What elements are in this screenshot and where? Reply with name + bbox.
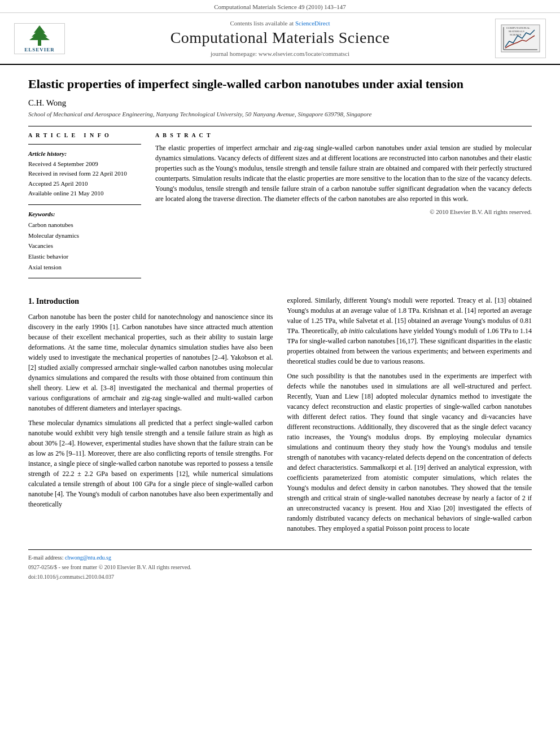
elsevier-text: ELSEVIER	[24, 47, 55, 53]
footnote-doi: doi:10.1016/j.commatsci.2010.04.037	[28, 574, 532, 580]
sciencedirect-url[interactable]: ScienceDirect	[295, 20, 330, 27]
footnote-email: E-mail address: chwong@ntu.edu.sg	[28, 554, 532, 561]
elsevier-logo-container: ELSEVIER	[11, 23, 68, 54]
elsevier-tree-icon	[23, 24, 56, 47]
keywords-section: Keywords: Carbon nanotubes Molecular dyn…	[28, 211, 141, 272]
copyright-line: © 2010 Elsevier B.V. All rights reserved…	[155, 208, 532, 215]
article-title: Elastic properties of imperfect single-w…	[28, 76, 532, 93]
elsevier-logo: ELSEVIER	[14, 23, 65, 54]
svg-text:MATERIALS: MATERIALS	[509, 30, 524, 33]
abstract-text: The elastic properties of imperfect armc…	[155, 143, 532, 204]
article-info-header: A R T I C L E I N F O	[28, 132, 141, 138]
keyword-3: Vacancies	[28, 241, 141, 251]
divider-keywords	[28, 204, 141, 205]
journal-homepage: journal homepage: www.elsevier.com/locat…	[68, 50, 492, 57]
received-date: Received 4 September 2009	[28, 159, 141, 169]
body-col-right: explored. Similarly, different Young's m…	[287, 295, 532, 538]
paper-content: Elastic properties of imperfect single-w…	[0, 65, 560, 597]
info-abstract-section: A R T I C L E I N F O Article history: R…	[28, 132, 532, 285]
cms-logo-container: COMPUTATIONAL MATERIALS SCIENCE	[492, 19, 549, 58]
available-date: Available online 21 May 2010	[28, 189, 141, 199]
body-col1-para2: These molecular dynamics simulations all…	[28, 418, 273, 509]
body-col2-para2: One such possibility is that the nanotub…	[287, 371, 532, 534]
cms-logo: COMPUTATIONAL MATERIALS SCIENCE	[495, 19, 546, 58]
article-info-col: A R T I C L E I N F O Article history: R…	[28, 132, 141, 285]
cms-logo-icon: COMPUTATIONAL MATERIALS SCIENCE	[501, 24, 540, 53]
accepted-date: Accepted 25 April 2010	[28, 179, 141, 189]
sciencedirect-link: Contents lists available at ScienceDirec…	[68, 20, 492, 27]
revised-date: Received in revised form 22 April 2010	[28, 169, 141, 179]
email-label: E-mail address:	[28, 554, 63, 561]
email-link[interactable]: chwong@ntu.edu.sg	[65, 554, 111, 561]
journal-header: ELSEVIER Contents lists available at Sci…	[0, 13, 560, 65]
abstract-header: A B S T R A C T	[155, 132, 532, 138]
svg-rect-0	[38, 40, 41, 46]
body-col-left: 1. Introduction Carbon nanotube has been…	[28, 295, 273, 538]
keyword-1: Carbon nanotubes	[28, 220, 141, 230]
body-col2-para1: explored. Similarly, different Young's m…	[287, 295, 532, 366]
journal-citation: Computational Materials Science 49 (2010…	[214, 3, 346, 10]
divider-1	[28, 126, 532, 126]
author-name: C.H. Wong	[28, 98, 532, 108]
section1-title: 1. Introduction	[28, 295, 273, 307]
keyword-4: Elastic behavior	[28, 251, 141, 262]
keyword-5: Axial tension	[28, 262, 141, 273]
footnote-section: E-mail address: chwong@ntu.edu.sg 0927-0…	[28, 549, 532, 580]
article-dates: Received 4 September 2009 Received in re…	[28, 159, 141, 199]
divider-info	[28, 144, 141, 145]
affiliation: School of Mechanical and Aerospace Engin…	[28, 111, 532, 117]
svg-text:SCIENCE: SCIENCE	[510, 33, 522, 36]
abstract-col: A B S T R A C T The elastic properties o…	[155, 132, 532, 285]
journal-title: Computational Materials Science	[68, 29, 492, 47]
keywords-label: Keywords:	[28, 211, 141, 217]
history-label: Article history:	[28, 150, 141, 157]
footnote-copyright: 0927-0256/$ - see front matter © 2010 El…	[28, 564, 532, 570]
journal-header-center: Contents lists available at ScienceDirec…	[68, 20, 492, 57]
journal-top-bar: Computational Materials Science 49 (2010…	[0, 0, 560, 13]
keyword-2: Molecular dynamics	[28, 230, 141, 241]
body-col1-para1: Carbon nanotube has been the poster chil…	[28, 312, 273, 413]
divider-bottom-info	[28, 278, 141, 278]
svg-text:COMPUTATIONAL: COMPUTATIONAL	[506, 27, 530, 29]
body-section: 1. Introduction Carbon nanotube has been…	[28, 295, 532, 538]
